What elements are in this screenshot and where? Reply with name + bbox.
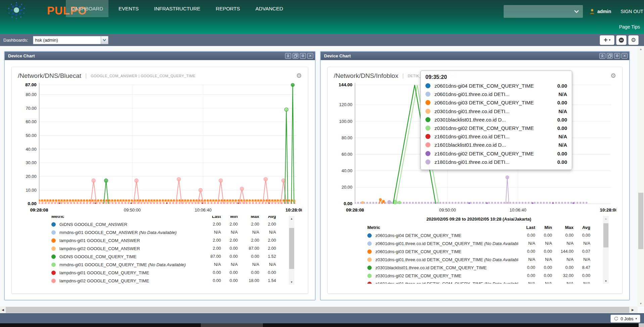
chart-header: /Network/DNS/Bluecat | GOOGLE_COM_ANSWER… (18, 72, 302, 80)
svg-text:144.00: 144.00 (339, 82, 353, 87)
legend-row[interactable]: z1601dns-gi01.three.co.id DETIK_COM_QUER… (367, 280, 590, 284)
panel-title: Device Chart (324, 53, 351, 58)
legend-row[interactable]: GiDNS GOOGLE_COM_ANSWER2.002.002.002.00 (51, 220, 276, 228)
taskbar-segment (639, 323, 644, 327)
scroll-down-icon[interactable]: ▼ (603, 278, 609, 284)
collapse-icon[interactable] (599, 53, 605, 59)
page-tips-link[interactable]: Page Tips (619, 24, 640, 30)
legend-scrollbar[interactable]: ▲ ▼ (289, 216, 294, 285)
series-color-dot (425, 142, 430, 147)
legend-row[interactable]: mmdns-gi01 GOOGLE_COM_ANSWER (No Data Av… (51, 228, 276, 236)
collapse-icon[interactable] (285, 53, 291, 59)
svg-text:60.00: 60.00 (341, 152, 352, 157)
dashboard-select[interactable]: hsk (admin) (33, 36, 108, 44)
chart-settings-icon[interactable]: ⚙ (610, 72, 616, 80)
scroll-down-icon[interactable]: ▼ (638, 301, 644, 306)
tooltip-row: z0301blacklist01.three.co.id D...0.00 (425, 115, 567, 124)
legend-row[interactable]: z0601dns-gi04 DETIK_COM_QUERY_TIME0.000.… (367, 231, 590, 239)
legend-scrollbar[interactable]: ▲ ▼ (603, 216, 609, 284)
panel-body: /Network/DNS/Bluecat | GOOGLE_COM_ANSWER… (5, 60, 315, 300)
user-name[interactable]: admin (597, 9, 611, 14)
scroll-right-icon[interactable]: ▶ (630, 307, 636, 313)
scroll-left-icon[interactable]: ◀ (0, 307, 6, 313)
close-icon[interactable]: ✕ (622, 53, 628, 59)
legend-row[interactable]: GiDNS GOOGLE_COM_QUERY_TIME87.000.000.00… (51, 252, 276, 261)
scrollbar-thumb[interactable] (603, 223, 608, 247)
close-icon[interactable]: ✕ (307, 53, 313, 59)
svg-text:10:06:40: 10:06:40 (510, 207, 526, 213)
scroll-up-icon[interactable]: ▲ (638, 46, 644, 52)
combo-dropdown-button[interactable] (101, 36, 108, 44)
legend-row[interactable]: lampdns-gi01 GOOGLE_COM_QUERY_TIME0.000.… (51, 269, 276, 277)
legend-row[interactable]: z0301dns-gi01.three.co.id DETIK_COM_QUER… (367, 255, 590, 264)
svg-text:10.00: 10.00 (26, 188, 36, 193)
panel-settings-icon[interactable]: ⚙ (300, 53, 306, 59)
panel-tools: ⚙ ✕ (285, 53, 313, 59)
panel-title: Device Chart (8, 53, 35, 58)
scroll-up-icon[interactable]: ▲ (603, 216, 609, 221)
svg-text:30.00: 30.00 (26, 160, 36, 165)
dashboard-settings-button[interactable]: ⚙ (628, 35, 639, 45)
chart-card: /Network/DNS/Bluecat | GOOGLE_COM_ANSWER… (11, 67, 308, 294)
legend-viewport[interactable]: MetricLastMinMaxAvgGiDNS GOOGLE_COM_ANSW… (51, 216, 276, 285)
series-color-dot (51, 279, 56, 283)
svg-text:10:06:40: 10:06:40 (195, 207, 212, 213)
remove-portlet-button[interactable] (616, 35, 627, 45)
sign-out-link[interactable]: SIGN OUT (620, 9, 643, 14)
page-horizontal-scrollbar[interactable]: ◀ ▶ (0, 307, 638, 313)
tab-events[interactable]: EVENTS (113, 0, 144, 17)
legend: MetricLastMinMaxAvgGiDNS GOOGLE_COM_ANSW… (51, 216, 294, 285)
jobs-button[interactable]: 0 Jobs ▾ (610, 315, 640, 323)
tab-advanced[interactable]: ADVANCED (250, 0, 288, 17)
legend-row[interactable]: lampdns-gi02 GOOGLE_COM_QUERY_TIME0.000.… (51, 277, 276, 285)
minus-circle-icon (618, 37, 624, 43)
svg-text:80.00: 80.00 (341, 135, 352, 140)
series-color-dot (425, 151, 430, 156)
tooltip-row: z1601dns-gi01.three.co.id DETI...N/A (425, 132, 567, 141)
chart-title: /Network/DNS/Infoblox (334, 72, 398, 80)
legend-row[interactable]: z0601dns-gi03 DETIK_COM_QUERY_TIME0.000.… (367, 247, 590, 255)
svg-text:70.00: 70.00 (26, 106, 36, 111)
page-vertical-scrollbar[interactable]: ▲ ▼ (638, 46, 644, 307)
tab-dashboard[interactable]: DASHBOARD (66, 0, 108, 17)
series-color-dot (51, 222, 56, 227)
scrollbar-thumb[interactable] (638, 193, 643, 249)
legend-row[interactable]: lampdns-gi01 GOOGLE_COM_ANSWER2.002.002.… (51, 236, 276, 244)
tab-infrastructure[interactable]: INFRASTRUCTURE (149, 0, 206, 17)
legend-viewport[interactable]: 2020/02/05 09:28 to 2020/02/05 10:28 (As… (367, 216, 590, 284)
legend-row[interactable]: lampdns-gi02 GOOGLE_COM_ANSWER2.000.0087… (51, 244, 276, 252)
legend-row[interactable]: z0301dns-gi02 DETIK_COM_QUERY_TIME0.000.… (367, 272, 590, 280)
chart-hover-tooltip: 09:35:20 z0601dns-gi04 DETIK_COM_QUERY_T… (420, 71, 572, 170)
popout-icon[interactable] (607, 53, 613, 59)
refresh-icon (614, 316, 618, 321)
scrollbar-thumb[interactable] (6, 307, 629, 313)
panel-header[interactable]: Device Chart ⚙ ✕ (5, 52, 315, 60)
series-color-dot (425, 92, 430, 97)
tab-reports[interactable]: REPORTS (211, 0, 245, 17)
scrollbar-thumb[interactable] (289, 228, 294, 269)
panel-header[interactable]: Device Chart ⚙ ✕ (321, 52, 629, 60)
scroll-down-icon[interactable]: ▼ (289, 279, 294, 285)
legend-row[interactable]: z0601dns-gi01.three.co.id DETIK_COM_QUER… (367, 239, 590, 247)
jobs-label: 0 Jobs (620, 316, 633, 321)
series-color-dot (51, 230, 56, 235)
device-chart-canvas[interactable]: 87.0080.0070.0060.0050.0040.0030.0020.00… (18, 80, 302, 215)
search-input[interactable] (504, 5, 583, 18)
tooltip-rows: z0601dns-gi04 DETIK_COM_QUERY_TIME0.00z0… (425, 82, 567, 166)
scroll-up-icon[interactable]: ▲ (289, 216, 294, 221)
user-icon (590, 9, 595, 14)
legend-row[interactable]: z0301blacklist01.three.co.id DETIK_COM_Q… (367, 264, 590, 272)
legend: 2020/02/05 09:28 to 2020/02/05 10:28 (As… (367, 216, 609, 284)
popout-icon[interactable] (292, 53, 298, 59)
series-color-dot (367, 258, 372, 262)
panel-settings-icon[interactable]: ⚙ (614, 53, 620, 59)
status-bar: 0 Jobs ▾ (0, 313, 644, 323)
legend-row[interactable]: mmdns-gi01 GOOGLE_COM_QUERY_TIME (No Dat… (51, 261, 276, 269)
main-nav-tabs: DASHBOARDEVENTSINFRASTRUCTUREREPORTSADVA… (66, 0, 293, 17)
gear-icon: ⚙ (631, 37, 636, 44)
svg-text:20.00: 20.00 (26, 174, 36, 179)
series-color-dot (51, 254, 56, 259)
chart-settings-icon[interactable]: ⚙ (296, 72, 302, 80)
add-portlet-button[interactable]: +▾ (600, 35, 614, 45)
series-color-dot (367, 241, 372, 246)
